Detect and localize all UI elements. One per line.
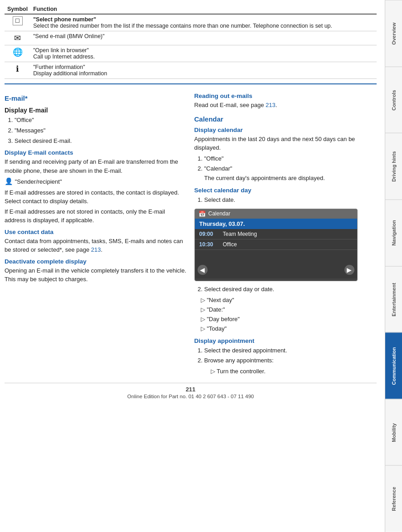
display-email-list: "Office" "Messages" Select desired E-mai… bbox=[15, 116, 187, 146]
table-symbol: ✉ bbox=[5, 31, 30, 45]
display-email-heading: Display E-mail bbox=[5, 107, 187, 114]
table-col2-header: Function bbox=[30, 5, 377, 14]
table-row: ℹ "Further information" Display addition… bbox=[5, 62, 377, 79]
table-function: "Send e-mail (BMW Online)" bbox=[30, 31, 377, 45]
email-send-icon: ✉ bbox=[14, 33, 21, 43]
cal-event-time: 10:30 bbox=[199, 241, 223, 248]
cal-event-title: Team Meeting bbox=[223, 231, 353, 237]
cal-nav-right-button[interactable]: ▶ bbox=[344, 265, 354, 275]
list-item: "Next day" bbox=[201, 296, 377, 305]
contacts-body2: If E-mail addresses are stored in contac… bbox=[5, 188, 187, 206]
calendar-icon: 📅 bbox=[199, 210, 206, 217]
deactivate-heading: Deactivate complete display bbox=[5, 258, 187, 265]
list-item: "Office" bbox=[204, 154, 377, 164]
page-link-213[interactable]: 213 bbox=[91, 246, 101, 253]
table-row: ☐ "Select phone number" Select the desir… bbox=[5, 14, 377, 31]
page-number: 211 bbox=[5, 386, 377, 393]
sidebar-tab-entertainment[interactable]: Entertainment bbox=[385, 266, 402, 333]
table-symbol: 🌐 bbox=[5, 45, 30, 62]
select-day-list: Select date. bbox=[204, 195, 377, 205]
select-day-options: "Next day" "Date:" "Day before" "Today" bbox=[201, 296, 377, 333]
function-label: "Open link in browser" bbox=[33, 47, 89, 54]
sidebar-tab-controls[interactable]: Controls bbox=[385, 67, 402, 133]
list-item: Browse any appointments: Turn the contro… bbox=[204, 356, 377, 376]
cal-date: Thursday, 03.07. bbox=[195, 219, 357, 229]
main-content: Symbol Function ☐ "Select phone number" … bbox=[0, 0, 385, 532]
contacts-body3: If E-mail addresses are not stored in co… bbox=[5, 207, 187, 225]
reading-emails-heading: Reading out e-mails bbox=[194, 93, 377, 99]
display-calendar-list: "Office" "Calendar" The current day's ap… bbox=[204, 154, 377, 183]
select-day-step1: Select date. bbox=[204, 195, 377, 205]
divider bbox=[5, 83, 377, 84]
info-icon: ℹ bbox=[16, 64, 19, 74]
use-contact-body: Contact data from appointments, tasks, S… bbox=[5, 237, 187, 254]
cal-event-time: 09:00 bbox=[199, 231, 223, 237]
calendar-section-heading: Calendar bbox=[194, 115, 377, 123]
table-symbol: ℹ bbox=[5, 62, 30, 79]
list-item: "Date:" bbox=[201, 305, 377, 315]
table-function: "Open link in browser" Call up Internet … bbox=[30, 45, 377, 62]
function-label: "Further information" bbox=[33, 64, 85, 70]
function-desc: Select the desired number from the list … bbox=[33, 23, 332, 29]
list-item: Select desired day or date. bbox=[204, 285, 377, 294]
cal-event-2: 10:30 Office bbox=[195, 239, 357, 250]
display-contacts-heading: Display E-mail contacts bbox=[5, 149, 187, 156]
reading-page-link[interactable]: 213 bbox=[266, 102, 276, 108]
display-calendar-heading: Display calendar bbox=[194, 127, 377, 133]
cal-title-bar: 📅 Calendar bbox=[195, 209, 357, 219]
display-appointment-heading: Display appointment bbox=[194, 337, 377, 344]
list-item: "Office" bbox=[15, 116, 187, 125]
cal-title-text: Calendar bbox=[208, 210, 231, 217]
sidebar-tab-communication[interactable]: Communication bbox=[385, 332, 402, 399]
browser-link-icon: 🌐 bbox=[13, 47, 23, 57]
table-col1-header: Symbol bbox=[5, 5, 30, 14]
cal-event-1: 09:00 Team Meeting bbox=[195, 229, 357, 239]
cal-event-title: Office bbox=[223, 241, 353, 248]
sidebar-tab-navigation[interactable]: Navigation bbox=[385, 200, 402, 266]
right-sidebar: Overview Controls Driving hints Navigati… bbox=[385, 0, 402, 532]
sender-label: 👤 "Sender/recipient" bbox=[5, 176, 187, 187]
sidebar-tab-driving-hints[interactable]: Driving hints bbox=[385, 133, 402, 200]
table-symbol: ☐ bbox=[5, 14, 30, 31]
sidebar-tab-reference[interactable]: Reference bbox=[385, 465, 402, 532]
cal-body: Thursday, 03.07. 09:00 Team Meeting 10:3… bbox=[195, 219, 357, 278]
select-day-list-2: Select desired day or date. bbox=[204, 285, 377, 294]
appointment-sub-options: Turn the controller. bbox=[211, 367, 377, 376]
footer-text: Online Edition for Part no. 01 40 2 607 … bbox=[5, 394, 377, 399]
sidebar-tab-mobility[interactable]: Mobility bbox=[385, 399, 402, 466]
phone-icon: ☐ bbox=[13, 16, 23, 25]
right-column: Reading out e-mails Read out E-mail, see… bbox=[194, 89, 377, 378]
page-footer: 211 Online Edition for Part no. 01 40 2 … bbox=[5, 383, 377, 401]
deactivate-body: Opening an E-mail in the vehicle complet… bbox=[5, 266, 187, 284]
two-col-layout: E-mail* Display E-mail "Office" "Message… bbox=[5, 89, 377, 378]
function-desc: Call up Internet address. bbox=[33, 54, 95, 60]
sidebar-tab-overview[interactable]: Overview bbox=[385, 0, 402, 67]
display-appointment-list: Select the desired appointment. Browse a… bbox=[204, 346, 377, 376]
list-item: "Calendar" The current day's appointment… bbox=[204, 164, 377, 183]
person-icon: 👤 bbox=[5, 177, 13, 185]
list-item: Select the desired appointment. bbox=[204, 346, 377, 356]
use-contact-heading: Use contact data bbox=[5, 229, 187, 235]
display-calendar-body: Appointments in the last 20 days and the… bbox=[194, 135, 377, 152]
email-section-heading: E-mail* bbox=[5, 94, 187, 102]
sender-recipient-text: "Sender/recipient" bbox=[15, 178, 62, 185]
table-row: 🌐 "Open link in browser" Call up Interne… bbox=[5, 45, 377, 62]
list-item: "Day before" bbox=[201, 315, 377, 324]
table-function: "Select phone number" Select the desired… bbox=[30, 14, 377, 31]
calendar-screenshot: 📅 Calendar Thursday, 03.07. 09:00 Team M… bbox=[194, 209, 358, 281]
list-item: "Today" bbox=[201, 324, 377, 334]
list-item: Select desired E-mail. bbox=[15, 137, 187, 146]
table-function: "Further information" Display additional… bbox=[30, 62, 377, 79]
table-row: ✉ "Send e-mail (BMW Online)" bbox=[5, 31, 377, 45]
cal-nav-left-button[interactable]: ◀ bbox=[198, 265, 208, 275]
function-label: "Select phone number" bbox=[33, 16, 96, 23]
function-desc: Display additional information bbox=[33, 70, 107, 77]
page-wrapper: Symbol Function ☐ "Select phone number" … bbox=[0, 0, 402, 532]
contacts-body1: If sending and receiving party of an E-m… bbox=[5, 157, 187, 175]
list-item: "Messages" bbox=[15, 126, 187, 136]
left-column: E-mail* Display E-mail "Office" "Message… bbox=[5, 89, 187, 378]
list-item: Turn the controller. bbox=[211, 367, 377, 376]
symbol-table: Symbol Function ☐ "Select phone number" … bbox=[5, 5, 377, 79]
select-day-heading: Select calendar day bbox=[194, 187, 377, 194]
reading-emails-body: Read out E-mail, see page 213. bbox=[194, 101, 377, 110]
